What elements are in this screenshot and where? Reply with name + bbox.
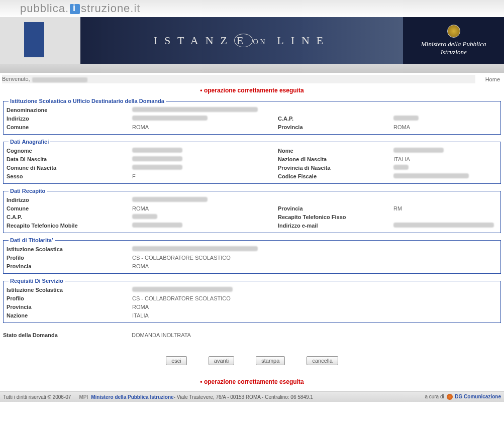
label-serv-ist: Istituzione Scolastica [7,287,132,293]
value-tel-mobile [132,223,278,229]
label-denominazione: Denominazione [7,107,132,113]
label-email: Indirizzo e-mail [278,223,393,229]
value-provincia-nascita [393,165,497,171]
section-titolarita: Dati di Titolarita' Istituzione Scolasti… [3,240,501,274]
table-row: Comune di Nascita Provincia di Nascita [7,163,497,172]
label-cognome: Cognome [7,148,132,154]
label-tit-ist: Istituzione Scolastica [7,246,132,252]
value-cognome [132,148,278,154]
value-nazione-nascita: ITALIA [393,156,497,162]
cancella-button[interactable]: cancella [307,356,338,365]
section-servizio: Requisiti Di Servizio Istituzione Scolas… [3,281,501,323]
value-sesso: F [132,173,278,179]
sub-bar [0,64,504,73]
welcome-username-redacted [32,77,87,82]
value-serv-profilo: CS - COLLABORATORE SCOLASTICO [132,295,231,301]
esci-button[interactable]: esci [166,356,187,365]
table-row: C.A.P. Recapito Telefonico Fisso [7,212,497,221]
value-data-nascita [132,156,278,162]
label-sesso: Sesso [7,173,132,179]
value-rec-cap [132,214,278,220]
home-link[interactable]: Home [485,76,500,82]
table-row: Provincia ROMA [7,302,497,311]
button-row: esci avanti stampa cancella [0,353,504,371]
table-row: Profilo CS - COLLABORATORE SCOLASTICO [7,253,497,262]
footer-address: - Viale Trastevere, 76/A - 00153 ROMA - … [174,394,313,400]
value-serv-nazione: ITALIA [132,312,278,318]
legend-istituzione: Istituzione Scolastica o Ufficio Destina… [9,98,166,104]
label-tel-fisso: Recapito Telefonico Fisso [278,214,393,220]
status-message-bottom: operazione correttamente eseguita [0,371,504,391]
banner: ISTANZEON LINE Ministero della Pubblica … [0,17,504,64]
value-indirizzo [132,116,278,122]
value-rec-provincia: RM [393,205,497,211]
table-row: Indirizzo C.A.P. [7,114,497,123]
label-rec-cap: C.A.P. [7,214,132,220]
logo-bar: pubblica.struzione.it [0,0,504,17]
value-codice-fiscale [393,173,497,179]
logo-suffix: it [134,2,140,15]
table-row: Profilo CS - COLLABORATORE SCOLASTICO [7,294,497,302]
value-rec-indirizzo [132,197,278,203]
legend-servizio: Requisiti Di Servizio [9,278,65,284]
footer-copyright: Tutti i diritti riservati © 2006-07 [3,394,71,400]
label-serv-nazione: Nazione [7,312,132,318]
footer-cura-label: a cura di [425,394,444,399]
table-row: Comune ROMA Provincia ROMA [7,123,497,131]
table-row: Cognome Nome [7,146,497,155]
label-rec-provincia: Provincia [278,205,393,211]
value-comune-nascita [132,165,278,171]
footer-dg-link[interactable]: DG Comunicazione [455,394,501,399]
section-anagrafici: Dati Anagrafici Cognome Nome Data Di Nas… [3,142,501,184]
label-comune: Comune [7,124,132,130]
table-row: Recapito Telefonico Mobile Indirizzo e-m… [7,221,497,230]
label-stato-domanda: Stato della Domanda [3,332,132,338]
label-tit-provincia: Provincia [7,263,132,269]
welcome-label-block: Benvenuto, [2,75,475,83]
table-row: Denominazione [7,105,497,114]
label-serv-provincia: Provincia [7,304,132,310]
footer-ministry-link[interactable]: Ministero della Pubblica Istruzione [91,394,173,400]
label-rec-comune: Comune [7,205,132,211]
table-row: Istituzione Scolastica [7,285,497,294]
site-logo: pubblica.struzione.it [20,2,140,15]
value-serv-provincia: ROMA [132,304,278,310]
emblem-icon [447,25,460,38]
table-row: Provincia ROMA [7,262,497,270]
logo-part1: pubblica [20,2,65,15]
table-row: Nazione ITALIA [7,311,497,319]
footer-right: a cura di DG Comunicazione [425,394,501,400]
label-nome: Nome [278,148,393,154]
dg-icon [447,394,453,400]
table-row: Comune ROMA Provincia RM [7,204,497,212]
section-recapito: Dati Recapito Indirizzo Comune ROMA Prov… [3,191,501,233]
banner-left-decoration [0,17,80,64]
legend-titolarita: Dati di Titolarita' [9,237,55,243]
label-codice-fiscale: Codice Fiscale [278,173,393,179]
label-data-nascita: Data Di Nascita [7,156,132,162]
value-rec-comune: ROMA [132,205,278,211]
value-tit-ist [132,246,278,252]
label-provincia: Provincia [278,124,393,130]
value-tit-provincia: ROMA [132,263,278,269]
table-row: Data Di Nascita Nazione di Nascita ITALI… [7,155,497,163]
label-nazione-nascita: Nazione di Nascita [278,156,393,162]
avanti-button[interactable]: avanti [209,356,234,365]
label-comune-nascita: Comune di Nascita [7,165,132,171]
value-stato-domanda: DOMANDA INOLTRATA [132,332,191,338]
welcome-label: Benvenuto, [2,76,30,82]
footer-bar: Tutti i diritti riservati © 2006-07 MPI … [0,391,504,402]
ministry-text: Ministero della Pubblica Istruzione [421,40,486,56]
label-provincia-nascita: Provincia di Nascita [278,165,393,171]
stampa-button[interactable]: stampa [256,356,285,365]
value-cap [393,116,497,122]
table-row: Istituzione Scolastica [7,245,497,253]
label-rec-indirizzo: Indirizzo [7,197,132,203]
welcome-row: Benvenuto, Home [0,73,504,84]
label-indirizzo: Indirizzo [7,116,132,122]
label-tit-profilo: Profilo [7,255,132,261]
legend-recapito: Dati Recapito [9,188,47,194]
banner-title: ISTANZEON LINE [80,34,403,47]
label-tel-mobile: Recapito Telefonico Mobile [7,223,132,229]
value-tit-profilo: CS - COLLABORATORE SCOLASTICO [132,255,231,261]
